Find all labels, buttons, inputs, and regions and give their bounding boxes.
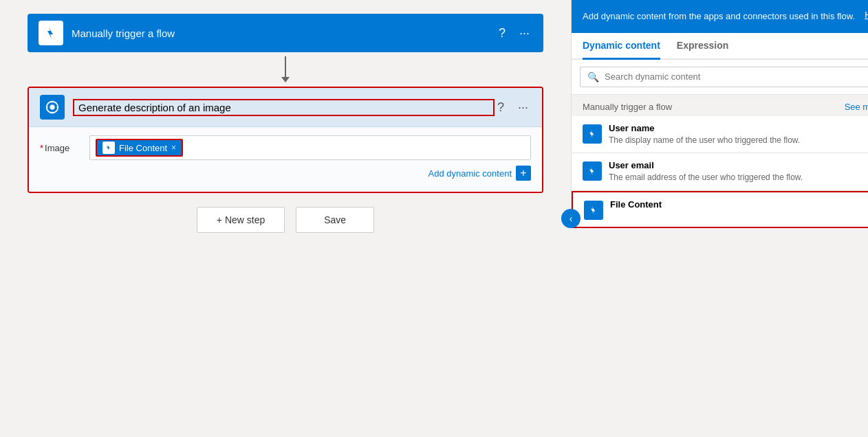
- image-input-area[interactable]: File Content ×: [89, 135, 531, 160]
- trigger-block: Manually trigger a flow ? ···: [28, 14, 543, 52]
- dynamic-item-text-file-content: File Content: [610, 199, 868, 211]
- dynamic-item-text-user-name: User name The display name of the user w…: [609, 123, 868, 146]
- chip-close[interactable]: ×: [171, 143, 176, 153]
- search-input[interactable]: [605, 71, 868, 82]
- right-panel-wrapper: ‹ Add dynamic content from the apps and …: [571, 0, 868, 437]
- add-dynamic-row: Add dynamic content +: [40, 166, 531, 181]
- search-icon: 🔍: [587, 71, 599, 82]
- trigger-help-button[interactable]: ?: [496, 23, 508, 43]
- flow-canvas: Manually trigger a flow ? ··· Generate d…: [0, 0, 571, 437]
- section-title: Manually trigger a flow: [583, 102, 672, 112]
- arrow-connector: [281, 52, 290, 87]
- dynamic-item-user-name[interactable]: User name The display name of the user w…: [572, 116, 868, 154]
- dynamic-item-icon-user-name: [583, 124, 602, 144]
- dynamic-item-title-user-email: User email: [609, 160, 868, 170]
- panel-hide-button[interactable]: Hide: [865, 10, 868, 20]
- dynamic-item-desc-user-email: The email address of the user who trigge…: [609, 172, 868, 183]
- tab-dynamic-content[interactable]: Dynamic content: [583, 33, 660, 60]
- trigger-icon: [39, 21, 63, 45]
- tab-expression[interactable]: Expression: [677, 33, 728, 60]
- search-box: 🔍: [580, 67, 868, 87]
- chip-icon: [102, 142, 115, 154]
- bottom-actions: + New step Save: [197, 207, 374, 233]
- section-header: Manually trigger a flow See more: [572, 95, 868, 116]
- see-more-link[interactable]: See more: [845, 102, 868, 112]
- dynamic-item-user-email[interactable]: User email The email address of the user…: [572, 153, 868, 191]
- add-dynamic-link[interactable]: Add dynamic content: [428, 168, 512, 179]
- dynamic-item-title-user-name: User name: [609, 123, 868, 133]
- add-dynamic-button[interactable]: +: [516, 166, 531, 181]
- trigger-actions: ? ···: [496, 23, 532, 43]
- image-label: *Image: [40, 143, 81, 153]
- action-title: Generate description of an image: [73, 99, 495, 116]
- panel-header-text: Add dynamic content from the apps and co…: [583, 10, 865, 23]
- action-icon: [40, 95, 65, 120]
- file-content-chip: File Content ×: [96, 139, 183, 157]
- trigger-more-button[interactable]: ···: [517, 23, 532, 43]
- save-button[interactable]: Save: [296, 207, 374, 233]
- panel-content: Manually trigger a flow See more User na…: [572, 95, 868, 229]
- trigger-title: Manually trigger a flow: [72, 27, 496, 39]
- dynamic-item-desc-user-name: The display name of the user who trigger…: [609, 135, 868, 146]
- action-body: *Image File Content × Add dynami: [29, 127, 542, 192]
- collapse-panel-button[interactable]: ‹: [561, 209, 581, 228]
- chip-label: File Content: [119, 143, 167, 153]
- dynamic-item-icon-user-email: [583, 161, 602, 181]
- dynamic-item-file-content[interactable]: File Content: [572, 191, 868, 228]
- right-panel: Add dynamic content from the apps and co…: [571, 0, 868, 228]
- panel-header: Add dynamic content from the apps and co…: [572, 0, 868, 33]
- required-marker: *: [40, 143, 43, 153]
- action-header: Generate description of an image ? ···: [29, 88, 542, 127]
- arrow-line: [285, 56, 286, 77]
- dynamic-item-text-user-email: User email The email address of the user…: [609, 160, 868, 183]
- form-row-image: *Image File Content ×: [40, 135, 531, 160]
- dynamic-item-icon-file-content: [584, 201, 603, 220]
- dynamic-item-title-file-content: File Content: [610, 199, 868, 210]
- action-more-button[interactable]: ···: [515, 98, 531, 117]
- new-step-button[interactable]: + New step: [197, 207, 285, 233]
- action-header-actions: ? ···: [495, 98, 531, 117]
- action-help-button[interactable]: ?: [495, 98, 507, 117]
- panel-tabs: Dynamic content Expression: [572, 33, 868, 60]
- panel-search: 🔍: [572, 60, 868, 95]
- arrow-head: [281, 77, 290, 82]
- action-block: Generate description of an image ? ··· *…: [28, 87, 543, 193]
